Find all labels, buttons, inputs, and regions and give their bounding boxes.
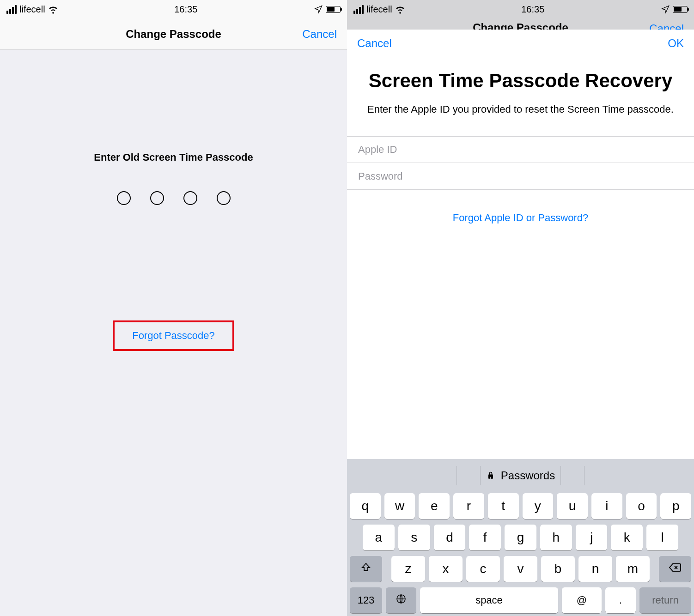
location-arrow-icon xyxy=(661,5,670,14)
keyboard-row-1: q w e r t y u i o p xyxy=(350,493,691,519)
status-left: lifecell xyxy=(6,4,58,15)
right-screenshot: lifecell 16:35 Change Passcode Cancel Ca… xyxy=(347,0,694,616)
background-page-title: Change Passcode xyxy=(473,21,568,30)
sheet-nav-bar: Cancel OK xyxy=(347,30,694,57)
background-nav-bar: Change Passcode Cancel xyxy=(347,18,694,30)
sheet-title: Screen Time Passcode Recovery xyxy=(347,69,694,92)
suggestion-passwords[interactable]: Passwords xyxy=(501,469,555,482)
key-x[interactable]: x xyxy=(429,556,463,582)
key-w[interactable]: w xyxy=(384,493,415,519)
numbers-key[interactable]: 123 xyxy=(350,587,382,613)
passcode-dot xyxy=(150,191,164,205)
suggestion-slot[interactable] xyxy=(457,466,481,485)
battery-icon xyxy=(673,6,688,13)
key-z[interactable]: z xyxy=(391,556,425,582)
recovery-form: Apple ID Password xyxy=(347,136,694,190)
key-f[interactable]: f xyxy=(469,525,501,550)
key-icon xyxy=(486,471,495,480)
key-l[interactable]: l xyxy=(646,525,678,550)
key-v[interactable]: v xyxy=(504,556,537,582)
cellular-signal-icon xyxy=(6,5,17,14)
keyboard-row-4: 123 space @ . return xyxy=(350,587,691,613)
key-q[interactable]: q xyxy=(350,493,381,519)
recovery-sheet: Cancel OK Screen Time Passcode Recovery … xyxy=(347,30,694,616)
page-title: Change Passcode xyxy=(126,28,221,41)
forgot-apple-id-link[interactable]: Forgot Apple ID or Password? xyxy=(347,212,694,224)
key-o[interactable]: o xyxy=(626,493,657,519)
left-screenshot: lifecell 16:35 Change Passcode Cancel En… xyxy=(0,0,347,616)
key-p[interactable]: p xyxy=(660,493,691,519)
cancel-button[interactable]: Cancel xyxy=(357,37,392,50)
status-bar: lifecell 16:35 xyxy=(0,0,347,18)
wifi-icon xyxy=(48,4,58,14)
key-g[interactable]: g xyxy=(505,525,536,550)
suggestion-slot[interactable] xyxy=(560,466,584,485)
key-h[interactable]: h xyxy=(540,525,572,550)
passcode-dot xyxy=(183,191,197,205)
key-k[interactable]: k xyxy=(611,525,643,550)
passcode-dot xyxy=(117,191,131,205)
key-c[interactable]: c xyxy=(466,556,500,582)
key-i[interactable]: i xyxy=(591,493,622,519)
background-cancel-button: Cancel xyxy=(649,22,684,30)
key-s[interactable]: s xyxy=(398,525,430,550)
keyboard-row-3: z x c v b n m xyxy=(350,556,691,582)
dot-key[interactable]: . xyxy=(605,587,636,613)
location-arrow-icon xyxy=(314,5,323,14)
nav-bar: Change Passcode Cancel xyxy=(0,18,347,50)
status-left: lifecell xyxy=(353,4,405,15)
shift-icon xyxy=(360,562,371,576)
keyboard-row-2: a s d f g h j k l xyxy=(350,525,691,550)
status-time: 16:35 xyxy=(174,4,197,15)
carrier-label: lifecell xyxy=(366,4,392,15)
status-bar: lifecell 16:35 xyxy=(347,0,694,18)
status-right xyxy=(661,5,688,14)
keyboard: Passwords q w e r t y u i o p a s d f g xyxy=(347,459,694,616)
globe-key[interactable] xyxy=(386,587,416,613)
key-u[interactable]: u xyxy=(557,493,588,519)
key-d[interactable]: d xyxy=(434,525,466,550)
cellular-signal-icon xyxy=(353,5,364,14)
passcode-dots[interactable] xyxy=(117,191,231,205)
forgot-passcode-link[interactable]: Forgot Passcode? xyxy=(132,330,215,342)
carrier-label: lifecell xyxy=(19,4,45,15)
key-n[interactable]: n xyxy=(578,556,612,582)
status-right xyxy=(314,5,341,14)
at-key[interactable]: @ xyxy=(562,587,602,613)
backspace-icon xyxy=(669,562,682,576)
passcode-dot xyxy=(217,191,231,205)
key-b[interactable]: b xyxy=(541,556,575,582)
shift-key[interactable] xyxy=(350,556,382,582)
wifi-icon xyxy=(395,4,405,14)
key-m[interactable]: m xyxy=(616,556,650,582)
key-a[interactable]: a xyxy=(363,525,395,550)
forgot-passcode-highlight: Forgot Passcode? xyxy=(113,320,234,351)
globe-icon xyxy=(396,593,407,607)
passcode-prompt: Enter Old Screen Time Passcode xyxy=(94,151,253,163)
passcode-entry-body: Enter Old Screen Time Passcode Forgot Pa… xyxy=(0,50,347,616)
key-t[interactable]: t xyxy=(488,493,519,519)
key-r[interactable]: r xyxy=(453,493,484,519)
return-key[interactable]: return xyxy=(639,587,691,613)
space-key[interactable]: space xyxy=(420,587,558,613)
backspace-key[interactable] xyxy=(659,556,691,582)
sheet-subtitle: Enter the Apple ID you provided to reset… xyxy=(347,103,694,117)
ok-button[interactable]: OK xyxy=(668,37,684,50)
apple-id-field[interactable]: Apple ID xyxy=(347,136,694,163)
key-y[interactable]: y xyxy=(523,493,554,519)
key-e[interactable]: e xyxy=(419,493,450,519)
status-time: 16:35 xyxy=(521,4,544,15)
key-j[interactable]: j xyxy=(576,525,608,550)
password-field[interactable]: Password xyxy=(347,163,694,190)
battery-icon xyxy=(326,6,341,13)
cancel-button[interactable]: Cancel xyxy=(302,28,337,41)
keyboard-suggestion-bar[interactable]: Passwords xyxy=(350,464,691,488)
